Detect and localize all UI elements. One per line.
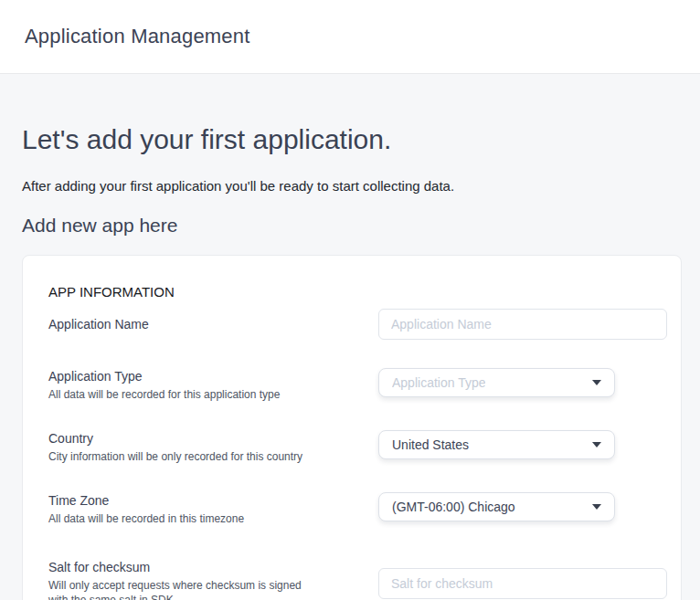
dropdown-caret-icon [592,442,601,447]
dropdown-caret-icon [592,380,601,385]
country-label: Country [48,430,378,447]
page-title: Application Management [25,25,250,48]
application-type-select[interactable]: Application Type [378,368,615,397]
time-zone-label: Time Zone [48,492,378,510]
time-zone-select[interactable]: (GMT-06:00) Chicago [378,492,615,521]
application-name-input[interactable] [378,309,667,340]
form-row-application-type: Application Type All data will be record… [48,368,665,402]
main-content: Let's add your first application. After … [0,123,700,600]
salt-for-checksum-label: Salt for checksum [48,559,378,576]
hero-subheading: After adding your first application you'… [22,177,678,195]
country-helper: City information will be only recorded f… [48,449,350,464]
form-row-salt-for-checksum: Salt for checksum Will only accept reque… [48,559,665,600]
form-row-application-name: Application Name [48,309,665,340]
application-type-select-value: Application Type [392,375,485,390]
app-information-card: APP INFORMATION Application Name Applica… [22,255,682,600]
time-zone-helper: All data will be recorded in this timezo… [48,511,350,526]
time-zone-select-value: (GMT-06:00) Chicago [392,500,515,514]
application-name-label: Application Name [48,316,378,333]
dropdown-caret-icon [592,504,601,510]
add-new-app-section-title: Add new app here [22,214,678,237]
card-section-header: APP INFORMATION [48,283,665,301]
form-row-time-zone: Time Zone All data will be recorded in t… [48,492,665,526]
hero-heading: Let's add your first application. [22,123,678,156]
application-type-label: Application Type [48,368,378,385]
app-header: Application Management [0,0,700,74]
application-type-helper: All data will be recorded for this appli… [48,387,350,402]
salt-for-checksum-input[interactable] [378,568,667,599]
country-select[interactable]: United States [378,430,615,459]
country-select-value: United States [392,437,469,452]
form-row-country: Country City information will be only re… [48,430,665,464]
salt-for-checksum-helper: Will only accept requests where checksum… [48,578,304,600]
